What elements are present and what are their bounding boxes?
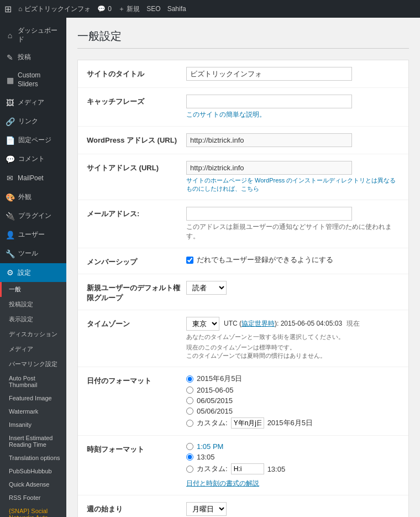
site-title-input[interactable] (186, 67, 352, 81)
sidebar-item-pages[interactable]: 📄 固定ページ (0, 131, 66, 150)
sidebar-label: ダッシュボード (18, 27, 61, 44)
default-role-label: 新規ユーザーのデフォルト権限グループ (87, 281, 186, 303)
date-format-custom-input[interactable] (231, 417, 264, 429)
site-address-row: サイトアドレス (URL) サイトのホームページを WordPress のインス… (78, 154, 408, 200)
sidebar-item-links[interactable]: 🔗 リンク (0, 112, 66, 131)
mailpoet-icon: ✉ (6, 173, 14, 183)
utc-link[interactable]: 協定世界時 (242, 320, 275, 327)
sidebar-item-sliders[interactable]: ▦ Custom Sliders (0, 67, 66, 93)
date-format-option-3: 05/06/2015 (197, 407, 233, 415)
wp-address-input[interactable] (186, 133, 352, 147)
sidebar-item-settings[interactable]: ⚙ 設定 (0, 263, 66, 282)
submenu-item-featured-image[interactable]: Featured Image (0, 391, 66, 405)
submenu-item-snap[interactable]: {SNAP} Social Networks Auto Poster (0, 504, 66, 517)
comments-count[interactable]: 💬 0 (97, 5, 112, 13)
settings-form: サイトのタイトル キャッチフレーズ このサイトの簡単な説明。 WordPress… (77, 60, 409, 517)
current-label: 現在 (347, 319, 360, 328)
submenu-item-writing[interactable]: 投稿設定 (0, 297, 66, 312)
sidebar-item-tools[interactable]: 🔧 ツール (0, 244, 66, 263)
submenu-item-media[interactable]: メディア (0, 342, 66, 357)
site-title-label: サイトのタイトル (87, 67, 186, 79)
sidebar-item-posts[interactable]: ✎ 投稿 (0, 48, 66, 67)
submenu-item-discussion[interactable]: ディスカッション (0, 327, 66, 342)
sidebar-label: 固定ページ (18, 136, 51, 145)
sidebar-item-plugins[interactable]: 🔌 プラグイン (0, 207, 66, 226)
membership-checkbox[interactable] (186, 257, 193, 264)
page-title: 一般設定 (77, 29, 409, 49)
site-address-field: サイトのホームページを WordPress のインストールディレクトリとは異なる… (186, 161, 400, 193)
media-icon: 🖼 (6, 98, 14, 108)
date-format-radio-2[interactable] (186, 397, 193, 404)
comments-icon: 💬 (6, 154, 15, 164)
sidebar-label: 投稿 (18, 53, 31, 62)
sidebar-item-media[interactable]: 🖼 メディア (0, 93, 66, 112)
wp-address-field (186, 133, 400, 147)
sidebar-label: ユーザー (18, 231, 45, 239)
submenu-item-reading[interactable]: 表示設定 (0, 312, 66, 327)
timezone-note1: あなたのタイムゾーンと一致する街を選択してください。 (186, 333, 400, 341)
utc-info: UTC (協定世界時): 2015-06-05 04:05:03 (224, 319, 342, 328)
email-note: このアドレスは新規ユーザーの通知などサイト管理のために使われます。 (186, 222, 400, 241)
appearance-icon: 🎨 (6, 192, 15, 202)
settings-icon: ⚙ (6, 268, 14, 278)
date-format-radio-3[interactable] (186, 408, 193, 415)
time-format-radio-0[interactable] (186, 443, 193, 450)
time-format-radio-1[interactable] (186, 453, 193, 461)
wp-logo-icon[interactable]: ⊞ (4, 4, 12, 14)
submenu-item-auto-post-thumbnail[interactable]: Auto Post Thumbnail (0, 372, 66, 391)
wp-address-row: WordPress アドレス (URL) (78, 127, 408, 154)
submenu-item-insert-estimated[interactable]: Insert Estimated Reading Time (0, 431, 66, 451)
sidebar-item-users[interactable]: 👤 ユーザー (0, 226, 66, 244)
tagline-row: キャッチフレーズ このサイトの簡単な説明。 (78, 88, 408, 127)
sidebar-item-dashboard[interactable]: ⌂ ダッシュボード (0, 22, 66, 48)
time-format-custom-input[interactable] (231, 463, 264, 474)
week-start-select[interactable]: 月曜日 日曜日 土曜日 (186, 502, 227, 516)
users-icon: 👤 (6, 230, 15, 240)
site-address-input[interactable] (186, 161, 352, 175)
submenu-item-quick-adsense[interactable]: Quick Adsense (0, 478, 66, 491)
submenu-item-general[interactable]: 一般 (0, 282, 66, 297)
date-format-radio-1[interactable] (186, 387, 193, 394)
sidebar-item-mailpoet[interactable]: ✉ MailPoet (0, 169, 66, 187)
wp-address-label: WordPress アドレス (URL) (87, 133, 186, 145)
posts-icon: ✎ (6, 53, 14, 62)
settings-submenu: 一般 投稿設定 表示設定 ディスカッション メディア パーマリンク設定 Auto… (0, 282, 66, 517)
time-format-option-0: 1:05 PM (197, 442, 223, 451)
default-role-select[interactable]: 読者 寄稿者 投稿者 編集者 管理者 (186, 281, 227, 295)
membership-checkbox-label: だれでもユーザー登録ができるようにする (197, 255, 333, 265)
date-format-radio-custom[interactable] (186, 420, 193, 427)
user-menu[interactable]: Sahifa (167, 5, 186, 13)
time-format-label: 時刻フォーマット (87, 442, 186, 455)
new-button[interactable]: ＋ 新規 (118, 4, 140, 14)
time-format-custom-label: カスタム: (197, 464, 228, 474)
date-format-custom-preview: 2015年6月5日 (267, 418, 313, 428)
time-format-radio-custom[interactable] (186, 466, 193, 473)
site-address-note: サイトのホームページを WordPress のインストールディレクトリとは異なる… (186, 176, 400, 193)
submenu-item-translation[interactable]: Translation options (0, 451, 66, 464)
dashboard-icon: ⌂ (6, 30, 14, 40)
submenu-item-watermark[interactable]: Watermark (0, 405, 66, 418)
site-title-field (186, 67, 400, 81)
email-label: メールアドレス: (87, 207, 186, 219)
timezone-note2: 現在のこのタイムゾーンは標準時です。 このタイムゾーンでは夏時間の慣行はありませ… (186, 343, 400, 360)
timezone-select[interactable]: 東京 (186, 317, 219, 331)
tagline-input[interactable] (186, 95, 352, 108)
email-row: メールアドレス: このアドレスは新規ユーザーの通知などサイト管理のために使われま… (78, 200, 408, 248)
submenu-item-permalinks[interactable]: パーマリンク設定 (0, 357, 66, 372)
links-icon: 🔗 (6, 117, 15, 127)
submenu-item-pubsubhubbub[interactable]: PubSubHubbub (0, 464, 66, 478)
sidebar-item-appearance[interactable]: 🎨 外観 (0, 188, 66, 207)
week-start-label: 週の始まり (87, 502, 186, 514)
submenu-item-rss-footer[interactable]: RSS Footer (0, 491, 66, 504)
admin-bar: ⊞ ⌂ ビズトリックインフォ 💬 0 ＋ 新規 SEO Sahifa (0, 0, 420, 18)
membership-row: メンバーシップ だれでもユーザー登録ができるようにする (78, 248, 408, 274)
submenu-item-imsanity[interactable]: Imsanity (0, 418, 66, 431)
time-format-help-link[interactable]: 日付と時刻の書式の解説 (186, 479, 400, 488)
email-input[interactable] (186, 207, 352, 221)
sidebar-label: ツール (18, 249, 38, 258)
site-name[interactable]: ⌂ ビズトリックインフォ (18, 4, 91, 14)
time-format-field: 1:05 PM 13:05 カスタム: 13:05 日付と時刻の書式の解 (186, 442, 400, 488)
seo-button[interactable]: SEO (146, 5, 160, 13)
sidebar-item-comments[interactable]: 💬 コメント (0, 150, 66, 169)
date-format-radio-0[interactable] (186, 375, 193, 383)
